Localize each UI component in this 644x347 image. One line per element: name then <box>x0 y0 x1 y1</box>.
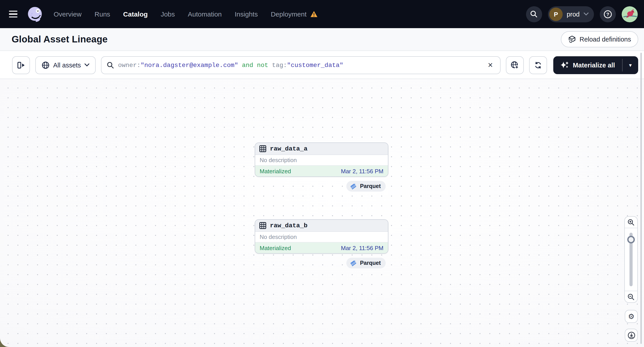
search-icon[interactable] <box>526 6 542 22</box>
page-header: Global Asset Lineage Reload definitions <box>0 28 644 51</box>
warning-icon <box>310 11 318 17</box>
parquet-icon <box>350 260 357 266</box>
status-badge: Materialized <box>260 168 291 174</box>
zoom-out-button[interactable] <box>625 291 637 302</box>
asset-description: No description <box>255 155 388 166</box>
nav-item-insights[interactable]: Insights <box>235 10 258 18</box>
asset-node-raw-data-b[interactable]: raw_data_b No description Materialized M… <box>255 219 388 254</box>
search-query-text: owner:"nora.dagster@example.com" and not… <box>118 61 482 68</box>
zoom-slider[interactable] <box>625 228 637 291</box>
materialization-timestamp: Mar 2, 11:56 PM <box>341 168 384 174</box>
nav-links: Overview Runs Catalog Jobs Automation In… <box>54 10 318 18</box>
status-badge: Materialized <box>260 245 291 251</box>
chevron-down-icon <box>84 63 90 66</box>
environment-avatar: P <box>549 7 563 21</box>
asset-name: raw_data_a <box>270 145 308 152</box>
kind-tag-parquet[interactable]: Parquet <box>346 258 386 268</box>
globe-plus-icon <box>510 61 519 69</box>
help-icon[interactable]: ? <box>600 6 616 22</box>
zoom-out-icon <box>628 293 634 300</box>
graph-settings-button[interactable]: ⚙ <box>625 310 638 323</box>
asset-node-raw-data-a[interactable]: raw_data_a No description Materialized M… <box>255 142 388 177</box>
svg-text:?: ? <box>606 11 609 17</box>
user-avatar[interactable] <box>622 6 638 22</box>
nav-item-catalog[interactable]: Catalog <box>123 10 148 18</box>
zoom-slider-thumb[interactable] <box>627 236 635 243</box>
dagster-app: Overview Runs Catalog Jobs Automation In… <box>0 0 644 347</box>
nav-item-runs[interactable]: Runs <box>94 10 110 18</box>
open-panel-button[interactable] <box>12 56 30 74</box>
materialize-all-main[interactable]: Materialize all <box>553 56 622 74</box>
asset-status-row: Materialized Mar 2, 11:56 PM <box>255 243 388 253</box>
sparkles-icon <box>560 61 569 69</box>
asset-status-row: Materialized Mar 2, 11:56 PM <box>255 166 388 176</box>
nav-item-jobs[interactable]: Jobs <box>161 10 175 18</box>
materialize-options-caret[interactable]: ▾ <box>622 56 638 74</box>
materialization-timestamp: Mar 2, 11:56 PM <box>341 245 384 251</box>
panel-expand-icon <box>17 61 25 69</box>
table-icon <box>259 222 266 229</box>
scrollbar[interactable] <box>640 53 642 344</box>
chevron-down-icon <box>584 12 588 16</box>
gear-icon: ⚙ <box>628 313 634 320</box>
new-catalog-view-button[interactable] <box>506 56 524 74</box>
materialize-all-button: Materialize all ▾ <box>553 56 638 74</box>
table-icon <box>259 145 266 152</box>
nav-item-deployment[interactable]: Deployment <box>271 10 318 18</box>
nav-item-overview[interactable]: Overview <box>54 10 82 18</box>
clear-search-icon[interactable]: × <box>486 60 494 70</box>
globe-icon <box>42 61 50 69</box>
lineage-toolbar: All assets owner:"nora.dagster@example.c… <box>0 51 644 79</box>
asset-scope-selector[interactable]: All assets <box>35 56 96 74</box>
kind-tag-parquet[interactable]: Parquet <box>346 181 386 192</box>
download-image-button[interactable] <box>625 329 638 342</box>
nav-item-automation[interactable]: Automation <box>188 10 222 18</box>
search-icon <box>107 61 114 68</box>
download-icon <box>627 331 635 339</box>
hamburger-menu-icon[interactable] <box>9 8 20 20</box>
zoom-in-button[interactable] <box>625 217 637 228</box>
environment-switcher[interactable]: P prod <box>548 6 594 22</box>
refresh-button[interactable] <box>529 56 547 74</box>
page-title: Global Asset Lineage <box>12 34 108 45</box>
dagster-logo-icon[interactable] <box>26 5 44 23</box>
top-nav: Overview Runs Catalog Jobs Automation In… <box>0 0 644 28</box>
environment-name: prod <box>567 10 580 18</box>
asset-name: raw_data_b <box>270 222 308 229</box>
zoom-in-icon <box>628 219 634 226</box>
asset-search-input[interactable]: owner:"nora.dagster@example.com" and not… <box>101 56 500 74</box>
lineage-canvas[interactable]: raw_data_a No description Materialized M… <box>0 79 644 347</box>
reload-definitions-button[interactable]: Reload definitions <box>561 31 638 47</box>
refresh-icon <box>534 61 542 69</box>
zoom-controls <box>624 216 638 303</box>
reload-definitions-icon <box>568 35 576 43</box>
parquet-icon <box>350 183 357 190</box>
asset-description: No description <box>255 232 388 243</box>
nav-right-cluster: P prod ? <box>526 6 638 22</box>
